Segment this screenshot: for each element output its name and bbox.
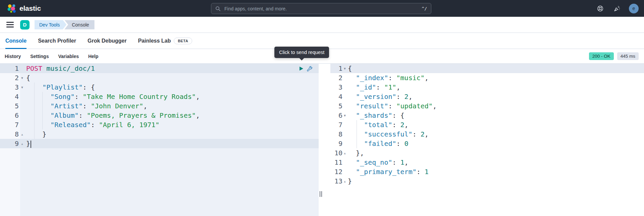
- fold-toggle-icon[interactable]: ▴: [19, 132, 25, 136]
- line-number: 3: [330, 83, 342, 91]
- line-number: 4: [330, 93, 342, 101]
- fold-toggle-icon[interactable]: ▾: [19, 85, 25, 90]
- response-time-badge: 445 ms: [617, 52, 639, 60]
- life-ring-icon: [597, 5, 604, 12]
- code-text: "_shards": {: [347, 111, 644, 120]
- code-text: {: [347, 64, 644, 73]
- send-request-button[interactable]: [299, 66, 304, 71]
- response-line-8[interactable]: 8 "successful": 2,: [330, 129, 644, 139]
- code-text: {: [25, 73, 319, 83]
- help-button[interactable]: [595, 4, 605, 13]
- line-number: 9: [0, 140, 19, 148]
- request-line-6[interactable]: 6 "Album": "Poems, Prayers & Promises",: [0, 111, 319, 120]
- request-line-4[interactable]: 4 "Song": "Take Me Home Country Roads",: [0, 92, 319, 101]
- line-number: 9: [330, 140, 342, 148]
- line-number: 4: [0, 93, 19, 101]
- response-viewer[interactable]: 1▾{2 "_index": "music",3 "_id": "1",4 "_…: [330, 64, 644, 216]
- fold-toggle-icon[interactable]: ▾: [19, 76, 25, 80]
- line-number: 1: [0, 64, 19, 72]
- code-text: "Artist": "John Denver",: [25, 101, 319, 111]
- request-line-7[interactable]: 7 "Released": "April 6, 1971": [0, 120, 319, 129]
- response-line-5[interactable]: 5 "result": "updated",: [330, 101, 644, 111]
- tab-search-profiler[interactable]: Search Profiler: [38, 33, 76, 49]
- console-workspace: 1POST music/_doc/12▾{3▾ "Playlist": {4 "…: [0, 64, 644, 216]
- code-text: "_primary_term": 1: [347, 167, 644, 176]
- menu-toggle-button[interactable]: [6, 22, 14, 28]
- request-line-8[interactable]: 8▴ }: [0, 129, 319, 139]
- response-line-1[interactable]: 1▾{: [330, 64, 644, 73]
- tab-label: Painless Lab: [138, 38, 171, 44]
- line-number: 6: [330, 111, 342, 119]
- code-text: "_index": "music",: [347, 73, 644, 83]
- console-menu-variables[interactable]: Variables: [58, 54, 79, 59]
- response-line-2[interactable]: 2 "_index": "music",: [330, 73, 644, 83]
- line-number: 1: [330, 64, 342, 72]
- search-icon: [215, 6, 221, 11]
- tab-console[interactable]: Console: [5, 33, 26, 49]
- request-editor[interactable]: 1POST music/_doc/12▾{3▾ "Playlist": {4 "…: [0, 64, 319, 216]
- dev-tools-app-badge[interactable]: D: [20, 20, 30, 30]
- line-number: 5: [0, 102, 19, 110]
- response-status-badge: 200 - OK: [589, 52, 614, 60]
- response-line-11[interactable]: 11 "_seq_no": 1,: [330, 158, 644, 167]
- elastic-logo[interactable]: elastic: [7, 4, 41, 13]
- search-input[interactable]: [224, 6, 418, 12]
- code-text: "_id": "1",: [347, 83, 644, 92]
- logo-wordmark: elastic: [19, 4, 41, 12]
- text-cursor: [31, 141, 31, 148]
- tab-grok-debugger[interactable]: Grok Debugger: [88, 33, 126, 49]
- request-line-2[interactable]: 2▾{: [0, 73, 319, 83]
- code-text: "_version": 2,: [347, 92, 644, 101]
- line-number: 6: [0, 111, 19, 119]
- kibana-dev-tools-console: elastic ^/: [0, 0, 644, 216]
- line-number: 3: [0, 83, 19, 91]
- code-text: "Album": "Poems, Prayers & Promises",: [25, 111, 319, 120]
- console-menu-items: HistorySettingsVariablesHelp: [5, 54, 98, 59]
- console-menu-history[interactable]: History: [5, 54, 21, 59]
- fold-toggle-icon[interactable]: ▾: [342, 66, 347, 71]
- line-number: 7: [0, 121, 19, 129]
- response-line-13[interactable]: 13▴}: [330, 176, 644, 186]
- code-text: POST music/_doc/1: [25, 64, 319, 73]
- code-text: "Song": "Take Me Home Country Roads",: [25, 92, 319, 101]
- fold-toggle-icon[interactable]: ▾: [342, 113, 347, 118]
- code-text: }: [347, 176, 644, 186]
- response-line-3[interactable]: 3 "_id": "1",: [330, 83, 644, 92]
- line-number: 12: [330, 168, 342, 176]
- tab-painless-lab[interactable]: Painless LabBETA: [138, 33, 192, 49]
- breadcrumb-bar: D Dev ToolsConsole: [0, 17, 644, 33]
- line-number: 10: [330, 149, 342, 157]
- fold-toggle-icon[interactable]: ▴: [19, 142, 25, 146]
- line-number: 7: [330, 121, 342, 129]
- search-shortcut-hint: ^/: [422, 6, 427, 11]
- line-number: 8: [0, 130, 19, 138]
- tab-label: Search Profiler: [38, 38, 76, 44]
- fold-toggle-icon[interactable]: ▴: [342, 151, 347, 155]
- request-line-1[interactable]: 1POST music/_doc/1: [0, 64, 319, 73]
- code-text: "Released": "April 6, 1971": [25, 120, 319, 129]
- global-search[interactable]: ^/: [211, 3, 431, 14]
- top-navigation-bar: elastic ^/: [0, 0, 644, 17]
- response-line-7[interactable]: 7 "total": 2,: [330, 120, 644, 129]
- fold-toggle-icon[interactable]: ▴: [342, 179, 347, 183]
- breadcrumb-dev-tools[interactable]: Dev Tools: [35, 20, 66, 30]
- line-number: 5: [330, 102, 342, 110]
- response-line-12[interactable]: 12 "_primary_term": 1: [330, 167, 644, 176]
- party-popper-icon: [613, 5, 621, 12]
- whats-new-button[interactable]: [612, 4, 622, 13]
- request-line-9[interactable]: 9▴}: [0, 139, 319, 148]
- code-text: "_seq_no": 1,: [347, 158, 644, 167]
- console-menu-settings[interactable]: Settings: [30, 54, 49, 59]
- response-line-6[interactable]: 6▾ "_shards": {: [330, 111, 644, 120]
- console-menu-help[interactable]: Help: [88, 54, 98, 59]
- response-line-4[interactable]: 4 "_version": 2,: [330, 92, 644, 101]
- request-options-button[interactable]: [307, 66, 312, 71]
- request-line-5[interactable]: 5 "Artist": "John Denver",: [0, 101, 319, 111]
- response-line-10[interactable]: 10▴ },: [330, 148, 644, 158]
- panel-resize-handle[interactable]: [320, 191, 322, 197]
- user-avatar[interactable]: e: [629, 4, 639, 13]
- tab-label: Console: [5, 38, 26, 44]
- response-line-9[interactable]: 9 "failed": 0: [330, 139, 644, 148]
- request-line-3[interactable]: 3▾ "Playlist": {: [0, 83, 319, 92]
- line-number: 2: [330, 74, 342, 82]
